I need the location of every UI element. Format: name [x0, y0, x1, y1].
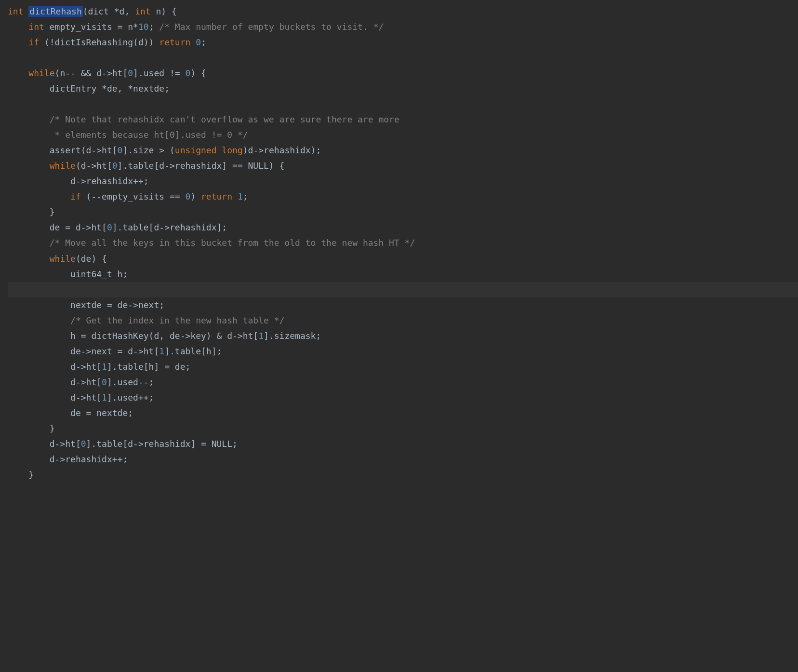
code-token: 0: [107, 222, 112, 232]
code-token: }: [50, 207, 55, 217]
code-line[interactable]: while(n-- && d->ht[0].used != 0) {: [8, 66, 798, 81]
code-token: /* Move all the keys in this bucket from…: [50, 238, 415, 248]
code-token: 1: [258, 331, 264, 341]
code-token: uint64_t h;: [70, 269, 128, 279]
code-token: /* Get the index in the new hash table *…: [70, 315, 284, 325]
code-token: * elements because ht[0].used != 0 */: [50, 130, 248, 140]
code-token: 0: [185, 68, 190, 78]
code-token: ].table[h];: [164, 346, 222, 356]
code-token: return: [159, 37, 190, 47]
code-token: dictRehash: [28, 6, 82, 17]
code-token: ,: [118, 83, 128, 94]
code-token: 0: [128, 68, 133, 78]
code-token: empty_visits = n*: [44, 22, 138, 32]
code-token: )d->rehashidx);: [243, 145, 321, 155]
code-token: ;: [201, 37, 206, 47]
code-token: ].used !=: [133, 68, 185, 78]
code-token: ) {: [190, 68, 206, 78]
code-token: ;: [149, 22, 160, 32]
code-token: int: [8, 6, 24, 16]
code-token: ].used--;: [107, 377, 154, 387]
code-token: (--empty_visits ==: [81, 191, 186, 202]
code-line[interactable]: de = d->ht[0].table[d->rehashidx];: [8, 220, 798, 235]
code-line[interactable]: d->ht[1].table[h] = de;: [8, 359, 798, 375]
code-line[interactable]: if (--empty_visits == 0) return 1;: [8, 189, 798, 204]
code-token: ].used++;: [107, 392, 154, 403]
code-token: [232, 191, 238, 202]
code-line[interactable]: if (!dictIsRehashing(d)) return 0;: [8, 35, 798, 50]
code-line[interactable]: assert(d->ht[0].size > (unsigned long)d-…: [8, 143, 798, 158]
code-token: ].table[d->rehashidx];: [112, 222, 227, 232]
code-token: ].sizemask;: [264, 331, 321, 341]
code-line[interactable]: /* Get the index in the new hash table *…: [8, 313, 798, 328]
code-token: ].table[d->rehashidx] = NULL;: [86, 439, 238, 449]
code-line[interactable]: d->ht[0].table[d->rehashidx] = NULL;: [8, 436, 798, 452]
code-token: int: [28, 22, 44, 32]
code-line[interactable]: d->ht[1].used++;: [8, 390, 798, 405]
code-token: int: [135, 6, 151, 16]
code-token: 0: [118, 145, 123, 155]
code-token: ,: [159, 331, 170, 341]
code-line[interactable]: [8, 50, 798, 66]
code-line[interactable]: d->rehashidx++;: [8, 452, 798, 467]
code-token: 0: [112, 161, 118, 171]
code-token: ): [190, 191, 201, 202]
code-line[interactable]: * elements because ht[0].used != 0 */: [8, 127, 798, 143]
code-token: (de) {: [76, 254, 107, 264]
code-editor[interactable]: int dictRehash(dict *d, int n) { int emp…: [8, 4, 798, 483]
code-line[interactable]: }: [8, 421, 798, 436]
code-token: /* Note that rehashidx can't overflow as…: [50, 114, 399, 124]
code-token: ,: [124, 6, 135, 16]
code-line[interactable]: [8, 282, 798, 297]
code-token: d->ht[: [70, 377, 102, 387]
code-token: 0: [185, 191, 190, 202]
code-token: 1: [102, 392, 107, 403]
code-token: while: [28, 68, 54, 78]
code-token: d->rehashidx++;: [50, 454, 128, 464]
code-token: ;: [243, 191, 248, 202]
code-line[interactable]: }: [8, 467, 798, 483]
code-token: while: [50, 254, 76, 264]
code-line[interactable]: }: [8, 204, 798, 220]
code-line[interactable]: int empty_visits = n*10; /* Max number o…: [8, 19, 798, 35]
code-token: *nextde;: [128, 83, 170, 94]
code-token: if: [70, 191, 81, 202]
code-line[interactable]: de->next = d->ht[1].table[h];: [8, 344, 798, 359]
code-line[interactable]: int dictRehash(dict *d, int n) {: [8, 4, 798, 19]
code-token: de->key) & d->ht[: [170, 331, 258, 341]
code-token: return: [201, 191, 232, 202]
code-token: 0: [196, 37, 201, 47]
code-line[interactable]: /* Note that rehashidx can't overflow as…: [8, 112, 798, 127]
code-line[interactable]: de = nextde;: [8, 405, 798, 421]
code-token: d->ht[: [50, 439, 81, 449]
code-token: [24, 6, 29, 16]
code-line[interactable]: d->ht[0].used--;: [8, 375, 798, 390]
code-token: d->rehashidx++;: [70, 176, 149, 186]
code-token: d->ht[: [70, 362, 102, 372]
code-token: ].size > (: [122, 145, 174, 155]
code-token: ].table[h] = de;: [107, 362, 190, 372]
code-token: 1: [102, 362, 107, 372]
code-line[interactable]: h = dictHashKey(d, de->key) & d->ht[1].s…: [8, 328, 798, 344]
code-token: 1: [159, 346, 164, 356]
code-token: de = nextde;: [70, 408, 133, 418]
code-token: if: [28, 37, 39, 47]
code-token: 0: [102, 377, 107, 387]
code-line[interactable]: dictEntry *de, *nextde;: [8, 81, 798, 96]
code-line[interactable]: while(de) {: [8, 251, 798, 267]
code-line[interactable]: while(d->ht[0].table[d->rehashidx] == NU…: [8, 158, 798, 174]
code-token: nextde = de->next;: [70, 300, 164, 310]
code-line[interactable]: /* Move all the keys in this bucket from…: [8, 235, 798, 251]
code-token: unsigned long: [175, 145, 243, 155]
code-token: d->ht[: [70, 392, 102, 403]
code-line[interactable]: [8, 96, 798, 112]
code-token: de->next = d->ht[: [70, 346, 159, 356]
code-line[interactable]: nextde = de->next;: [8, 297, 798, 313]
code-token: 10: [138, 22, 149, 32]
code-token: h = dictHashKey(d: [70, 331, 159, 341]
code-line[interactable]: uint64_t h;: [8, 267, 798, 282]
code-token: }: [28, 470, 34, 480]
code-line[interactable]: d->rehashidx++;: [8, 174, 798, 189]
code-token: 1: [238, 191, 243, 202]
code-token: (n-- && d->ht[: [55, 68, 128, 78]
